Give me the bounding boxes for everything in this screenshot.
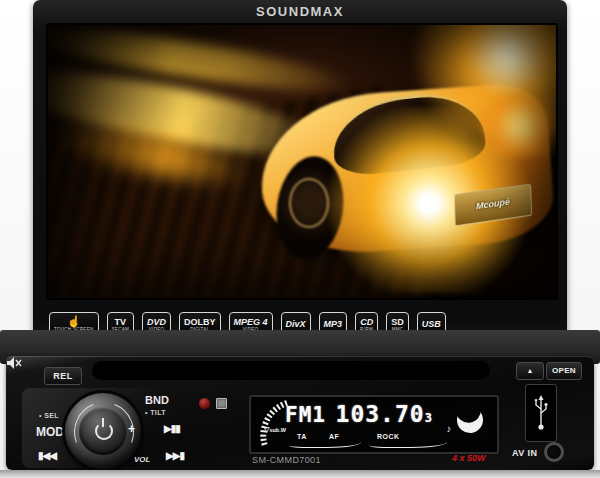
usb-icon [534,395,548,431]
ground-shadow [0,470,600,478]
open-button[interactable]: OPEN [546,362,582,380]
flip-up-monitor: SOUNDMAX Mcoupé ☝ TOUCH SCREEN TV [33,0,567,352]
band-value: FM1 [285,403,326,427]
touch-screen[interactable]: Mcoupé [46,23,558,300]
mode-button[interactable]: MOD [36,425,64,439]
main-unit-faceplate: REL ▲ OPEN • SEL BND • TILT MOD + VOL ▶▮… [6,356,594,470]
mute-icon[interactable] [6,356,22,370]
underline-swoosh [369,442,447,448]
tilt-label: • TILT [145,409,166,416]
genre-indicator: ROCK [377,433,400,440]
band-button[interactable]: BND [145,394,169,406]
model-number: SM-CMMD7001 [252,455,321,465]
usb-port[interactable] [525,384,557,442]
af-indicator: AF [329,433,339,440]
power-led [199,398,210,409]
hand-touch-icon: ☝ [67,316,81,327]
release-button[interactable]: REL [44,367,82,385]
subwoofer-indicator: ▽sub.W [264,426,286,434]
frequency-readout: FM1 103.703 [285,401,465,427]
ta-indicator: TA [297,433,307,440]
volume-label: VOL [134,455,150,464]
disc-slot[interactable] [92,361,490,381]
night-mode-moon-icon [452,402,489,439]
power-rating: 4 x 50W [452,453,486,463]
vignette [48,25,556,298]
power-icon [95,422,113,440]
next-track-button[interactable]: ▶▶▮ [166,450,184,461]
sel-label: • SEL [39,412,59,419]
lcd-display: ▽sub.W FM1 103.703 TA AF ROCK ♪ [249,395,499,454]
brand-logo: SOUNDMAX [33,2,567,22]
previous-track-button[interactable]: ▮◀◀ [38,450,56,461]
ir-sensor [216,398,227,409]
av-in-jack[interactable] [544,442,564,462]
play-pause-button[interactable]: ▶▮▮ [164,423,180,434]
eject-button[interactable]: ▲ [516,362,544,380]
car-stereo-device: SOUNDMAX Mcoupé ☝ TOUCH SCREEN TV [0,0,600,478]
preset-number: 3 [425,411,432,425]
volume-plus-label: + [128,422,135,436]
av-in-label: AV IN [512,448,537,458]
underline-swoosh [289,442,361,448]
frequency-value: 103.70 [336,401,425,427]
